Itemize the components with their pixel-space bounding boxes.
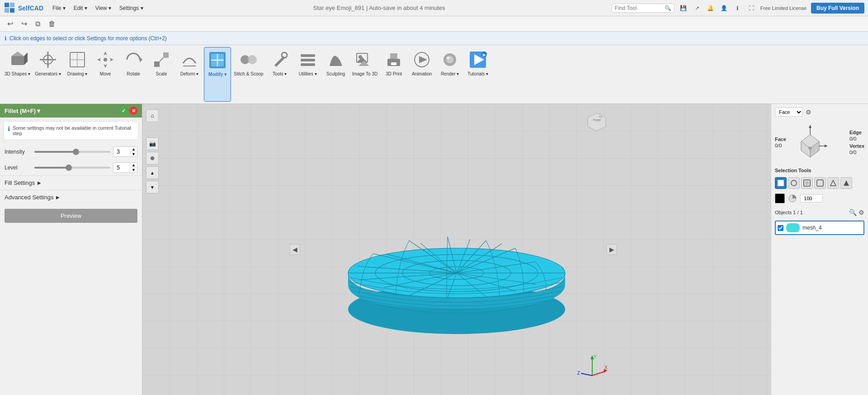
nav-orbit-btn[interactable]: ⊕ [146,152,159,165]
left-panel: Fillet (M+F) ▼ ✓ ✕ ℹ Some settings may n… [0,104,142,395]
level-up[interactable]: ▲ [130,163,137,168]
intensity-thumb[interactable] [73,149,79,155]
preview-button[interactable]: Preview [5,209,137,223]
tool-scale-label: Scale [156,71,167,76]
redo-button[interactable]: ↪ [19,18,30,30]
license-text: Free Limited License [760,5,807,11]
svg-rect-93 [817,180,823,186]
nav-camera-btn[interactable]: 📷 [146,137,159,150]
level-down[interactable]: ▼ [130,168,137,172]
nav-home-btn[interactable]: ⌂ [146,109,159,122]
tool-modify[interactable]: Modify ▾ [204,47,231,102]
level-slider[interactable] [34,167,110,169]
view-cube-right[interactable] [790,121,846,163]
tool-utilities[interactable]: Utilities ▾ [294,47,321,102]
tool-generators[interactable]: Generators ▾ [33,47,63,102]
advanced-settings-arrow: ▶ [56,195,60,200]
sel-tool-sphere[interactable] [788,177,800,189]
svg-marker-6 [24,52,28,65]
tool-render[interactable]: Render ▾ [436,47,463,102]
object-checkbox[interactable] [778,225,783,231]
buy-full-version-button[interactable]: Buy Full Version [811,3,864,14]
axis-widget: Y X Z [576,353,608,381]
tool-tools[interactable]: Tools ▾ [266,47,293,102]
undo-button[interactable]: ↩ [5,18,16,30]
sel-tool-edge[interactable] [814,177,826,189]
advanced-settings-section[interactable]: Advanced Settings ▶ [0,190,142,204]
3d-shapes-icon [7,49,28,71]
object-list-item[interactable]: mesh_4 [775,221,864,235]
sel-tool-extra[interactable] [840,177,852,189]
level-input[interactable] [113,164,130,172]
svg-point-22 [248,55,257,64]
deform-icon [179,49,200,71]
sel-tool-vertex[interactable] [827,177,839,189]
tool-stitch-scoop[interactable]: Stitch & Scoop [232,47,265,102]
tool-image-to-3d[interactable]: Image To 3D [350,47,380,102]
tool-deform[interactable]: Deform ▾ [176,47,203,102]
tool-drawing[interactable]: Drawing ▾ [64,47,91,102]
tool-tutorials-label: Tutorials ▾ [467,71,488,76]
intensity-slider[interactable] [34,151,110,153]
menu-edit[interactable]: Edit ▾ [70,3,91,13]
intensity-input[interactable] [113,148,130,156]
canvas-area[interactable]: ⌂ 📷 ⊕ ▲ ▼ ◀ Front Top ▶ [142,104,771,395]
info-icon[interactable]: ℹ [733,4,742,13]
color-swatch[interactable] [775,193,785,203]
tool-scale[interactable]: Scale [148,47,175,102]
share-icon[interactable]: ↗ [693,4,702,13]
opacity-icon[interactable] [788,193,797,203]
nav-right-arrow[interactable]: ▶ [606,244,617,255]
nav-left-arrow[interactable]: ◀ [289,244,300,255]
svg-point-11 [104,58,107,61]
fullscreen-icon[interactable]: ⛶ [747,4,756,13]
panel-header: Fillet (M+F) ▼ ✓ ✕ [0,104,142,118]
tool-move[interactable]: Move [92,47,119,102]
tool-3d-shapes-label: 3D Shapes ▾ [5,71,30,76]
view-settings-icon[interactable]: ⚙ [806,108,811,116]
notification-icon[interactable]: 🔔 [706,4,715,13]
panel-dropdown-arrow[interactable]: ▼ [36,108,42,114]
find-tool-input[interactable] [615,5,665,11]
save-icon[interactable]: 💾 [679,4,688,13]
sel-tool-box[interactable] [775,177,787,189]
panel-close-button[interactable]: ✕ [129,107,137,115]
autosave-text[interactable]: Auto-save in about 4 minutes [369,5,445,11]
objects-settings-button[interactable]: ⚙ [859,209,864,216]
intensity-down[interactable]: ▼ [130,152,137,156]
tool-3d-shapes[interactable]: 3D Shapes ▾ [3,47,32,102]
logo[interactable]: SelfCAD [4,2,43,14]
tool-3d-print[interactable]: 3D Print [380,47,407,102]
menu-file[interactable]: File ▾ [49,3,69,13]
tool-sculpting-label: Sculpting [326,71,345,76]
level-thumb[interactable] [66,165,72,171]
objects-search-button[interactable]: 🔍 [849,209,857,216]
menu-settings[interactable]: Settings ▾ [116,3,147,13]
panel-confirm-button[interactable]: ✓ [119,107,127,115]
delete-button[interactable]: 🗑 [46,18,58,30]
tool-drawing-label: Drawing ▾ [67,71,87,76]
tool-animation[interactable]: Animation [408,47,435,102]
intensity-up[interactable]: ▲ [130,147,137,152]
sel-tool-face[interactable] [801,177,813,189]
vertex-label: Vertex [849,143,864,149]
tool-tutorials[interactable]: ▶ Tutorials ▾ [464,47,491,102]
info-message: Click on edges to select or click Settin… [9,35,167,42]
level-label: Level [5,165,32,171]
menu-view[interactable]: View ▾ [92,3,115,13]
view-mode-select[interactable]: Face Edge Vertex [775,108,803,117]
nav-down-btn[interactable]: ▼ [146,181,159,193]
move-icon [94,49,116,71]
opacity-input[interactable] [800,194,823,202]
svg-rect-32 [390,53,397,59]
nav-up-btn[interactable]: ▲ [146,166,159,179]
tool-rotate[interactable]: Rotate [120,47,147,102]
view-cube-canvas[interactable]: Front Top [583,108,610,137]
fill-settings-section[interactable]: Fill Settings ▶ [0,175,142,190]
copy-button[interactable]: ⧉ [33,18,43,30]
object-thumbnail [786,223,800,232]
tool-sculpting[interactable]: Sculpting [322,47,349,102]
svg-rect-4 [11,56,24,65]
user-icon[interactable]: 👤 [720,4,729,13]
find-tool-container[interactable]: 🔍 [612,4,675,13]
